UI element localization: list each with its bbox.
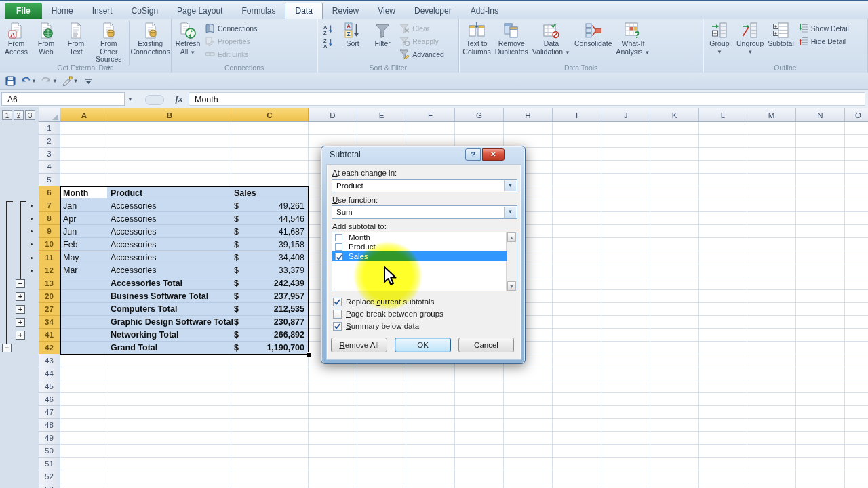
use-function-combo[interactable]: Sum ▼	[332, 205, 517, 219]
expand-group-button[interactable]: +	[16, 305, 25, 314]
cell-A7[interactable]: Jan	[63, 201, 77, 211]
scroll-down-icon[interactable]: ▼	[507, 281, 516, 291]
filter-button[interactable]: Filter	[368, 20, 397, 48]
column-header-O[interactable]: O	[845, 108, 868, 122]
expand-group-button[interactable]: +	[16, 331, 25, 340]
fill-handle[interactable]	[307, 352, 311, 357]
unchecked-checkbox-icon[interactable]	[335, 243, 342, 251]
add-subtotal-listbox[interactable]: ▲ ▼ MonthProductSales	[332, 232, 517, 291]
cell-C11[interactable]: 34,408	[237, 253, 304, 262]
row-header-13[interactable]: 13	[39, 277, 60, 290]
from-web-button[interactable]: FromWeb	[31, 20, 61, 56]
cell-C13[interactable]: 242,439	[237, 279, 304, 288]
cell-C20[interactable]: 237,957	[237, 291, 304, 301]
outline-level-2-button[interactable]: 2	[14, 110, 24, 120]
option-summary-below-data[interactable]: Summary below data	[333, 321, 419, 331]
column-header-M[interactable]: M	[747, 108, 796, 122]
select-all-corner[interactable]	[39, 108, 60, 122]
save-button[interactable]	[5, 75, 16, 88]
cell-C12[interactable]: 33,379	[237, 266, 304, 275]
cell-C10[interactable]: 39,158	[237, 240, 304, 249]
row-header-51[interactable]: 51	[39, 458, 60, 470]
refresh-all-button[interactable]: RefreshAll ▼	[173, 20, 203, 56]
tab-add-ins[interactable]: Add-Ins	[461, 3, 508, 19]
expand-group-button[interactable]: +	[16, 318, 25, 327]
cancel-button[interactable]: Cancel	[458, 338, 514, 352]
row-header-5[interactable]: 5	[39, 174, 60, 186]
row-header-3[interactable]: 3	[39, 148, 60, 161]
outline-level-1-button[interactable]: 1	[2, 110, 12, 120]
row-header-43[interactable]: 43	[39, 354, 60, 367]
chevron-down-icon[interactable]: ▼	[504, 207, 516, 218]
ungroup-button[interactable]: Ungroup▼	[734, 20, 766, 56]
data-validation-button[interactable]: DataValidation ▼	[530, 20, 572, 56]
close-icon[interactable]: ✕	[482, 148, 505, 161]
column-header-G[interactable]: G	[455, 108, 504, 122]
tab-insert[interactable]: Insert	[83, 3, 122, 19]
cell-C42[interactable]: 1,190,700	[237, 343, 304, 352]
column-header-L[interactable]: L	[699, 108, 747, 122]
cell-A10[interactable]: Feb	[63, 240, 78, 249]
tab-review[interactable]: Review	[323, 3, 368, 19]
row-header-47[interactable]: 47	[39, 406, 60, 419]
column-header-H[interactable]: H	[504, 108, 553, 122]
option-replace-current-subtotals[interactable]: Replace current subtotals	[333, 296, 434, 307]
cell-C6[interactable]: Sales	[234, 188, 256, 198]
column-header-C[interactable]: C	[231, 108, 309, 122]
cell-A12[interactable]: Mar	[63, 266, 78, 275]
column-header-I[interactable]: I	[553, 108, 601, 122]
chevron-down-icon[interactable]: ▼	[504, 180, 516, 191]
row-header-9[interactable]: 9	[39, 225, 60, 238]
column-header-E[interactable]: E	[357, 108, 406, 122]
subtotal-field-product[interactable]: Product	[332, 242, 507, 251]
connections-button[interactable]: Connections	[204, 22, 257, 35]
subtotal-field-sales[interactable]: Sales	[332, 251, 507, 261]
tab-cosign[interactable]: CoSign	[122, 3, 167, 19]
remove-duplicates-button[interactable]: RemoveDuplicates	[493, 20, 530, 56]
row-header-48[interactable]: 48	[39, 419, 60, 432]
row-header-42[interactable]: 42	[39, 342, 60, 354]
remove-all-button[interactable]: Remove All	[331, 338, 387, 352]
name-box[interactable]: A6	[1, 92, 125, 106]
customize-qat-button[interactable]	[83, 75, 94, 88]
show-detail-button[interactable]: Show Detail	[797, 22, 849, 35]
sort-descending-button[interactable]: ZA	[320, 36, 336, 49]
column-header-J[interactable]: J	[601, 108, 650, 122]
collapse-group-button[interactable]: −	[16, 279, 25, 288]
row-header-46[interactable]: 46	[39, 393, 60, 406]
unchecked-checkbox-icon[interactable]	[333, 310, 342, 319]
text-to-columns-button[interactable]: Text toColumns	[460, 20, 492, 56]
row-header-7[interactable]: 7	[39, 199, 60, 212]
cell-C8[interactable]: 44,546	[237, 214, 304, 224]
from-access-button[interactable]: AFromAccess	[1, 20, 31, 56]
cell-C34[interactable]: 230,877	[237, 317, 304, 327]
insert-function-icon[interactable]: fx	[171, 92, 187, 106]
cell-C27[interactable]: 212,535	[237, 304, 304, 314]
advanced-button[interactable]: Advanced	[399, 47, 444, 60]
subtotal-field-month[interactable]: Month	[332, 232, 507, 242]
row-header-20[interactable]: 20	[39, 290, 60, 303]
checked-checkbox-icon[interactable]	[333, 298, 342, 306]
row-header-41[interactable]: 41	[39, 329, 60, 342]
tab-view[interactable]: View	[368, 3, 405, 19]
cell-A8[interactable]: Apr	[63, 214, 76, 224]
checked-checkbox-icon[interactable]	[335, 253, 342, 260]
row-header-11[interactable]: 11	[39, 251, 60, 264]
unchecked-checkbox-icon[interactable]	[335, 234, 342, 241]
expand-group-button[interactable]: +	[16, 292, 25, 301]
row-header-10[interactable]: 10	[39, 238, 60, 251]
row-header-8[interactable]: 8	[39, 212, 60, 225]
name-box-dropdown-icon[interactable]: ▼	[125, 92, 136, 106]
cell-A6[interactable]: Month	[63, 188, 88, 198]
row-header-45[interactable]: 45	[39, 380, 60, 393]
column-header-A[interactable]: A	[60, 108, 108, 122]
tab-file[interactable]: File	[5, 3, 42, 19]
undo-button[interactable]: ▼	[20, 75, 37, 88]
row-header-44[interactable]: 44	[39, 367, 60, 380]
column-header-D[interactable]: D	[309, 108, 357, 122]
tab-home[interactable]: Home	[42, 3, 83, 19]
cell-B34[interactable]: Graphic Design Software Total	[111, 317, 241, 327]
sort-button[interactable]: AZSort	[338, 20, 368, 48]
column-header-K[interactable]: K	[650, 108, 699, 122]
column-header-B[interactable]: B	[108, 108, 231, 122]
